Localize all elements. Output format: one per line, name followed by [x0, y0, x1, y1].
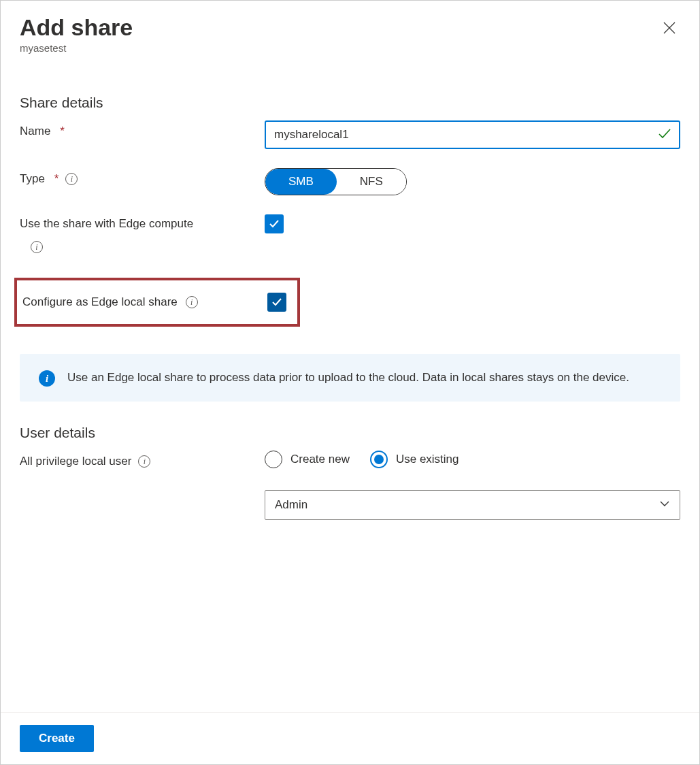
- user-label: All privilege local user: [20, 455, 131, 468]
- close-icon: [663, 22, 676, 34]
- edge-local-highlight: Configure as Edge local share i: [14, 278, 300, 327]
- info-banner: i Use an Edge local share to process dat…: [20, 354, 680, 402]
- type-option-nfs[interactable]: NFS: [337, 169, 406, 195]
- close-button[interactable]: [659, 17, 680, 39]
- existing-user-value: Admin: [275, 498, 307, 512]
- required-asterisk: *: [54, 172, 59, 186]
- user-radio-existing-label: Use existing: [396, 453, 459, 466]
- page-title: Add share: [20, 14, 659, 41]
- share-details-heading: Share details: [20, 95, 680, 111]
- type-segmented: SMB NFS: [265, 168, 407, 195]
- user-radio-create-new[interactable]: Create new: [265, 451, 350, 468]
- edge-compute-checkbox[interactable]: [265, 214, 284, 233]
- user-details-heading: User details: [20, 425, 680, 441]
- info-icon[interactable]: i: [31, 241, 43, 253]
- required-asterisk: *: [60, 125, 65, 138]
- info-icon: i: [39, 370, 55, 387]
- create-button[interactable]: Create: [20, 725, 94, 752]
- footer: Create: [1, 712, 699, 764]
- user-radio-create-label: Create new: [290, 453, 350, 466]
- page-subtitle: myasetest: [20, 42, 680, 54]
- edge-compute-label: Use the share with Edge compute: [20, 217, 265, 231]
- check-icon: [271, 296, 283, 308]
- user-radio-use-existing[interactable]: Use existing: [370, 451, 459, 468]
- name-label: Name: [20, 125, 50, 138]
- check-icon: [268, 218, 280, 230]
- valid-icon: [657, 126, 672, 144]
- info-banner-text: Use an Edge local share to process data …: [67, 369, 629, 387]
- info-icon[interactable]: i: [65, 173, 78, 185]
- edge-local-checkbox[interactable]: [267, 293, 286, 312]
- info-icon[interactable]: i: [186, 296, 198, 308]
- info-icon[interactable]: i: [138, 455, 150, 468]
- existing-user-select[interactable]: Admin: [265, 490, 680, 520]
- edge-local-label: Configure as Edge local share: [22, 295, 178, 309]
- type-label: Type: [20, 172, 45, 186]
- chevron-down-icon: [659, 498, 671, 512]
- type-option-smb[interactable]: SMB: [265, 169, 337, 195]
- name-input[interactable]: [265, 120, 680, 149]
